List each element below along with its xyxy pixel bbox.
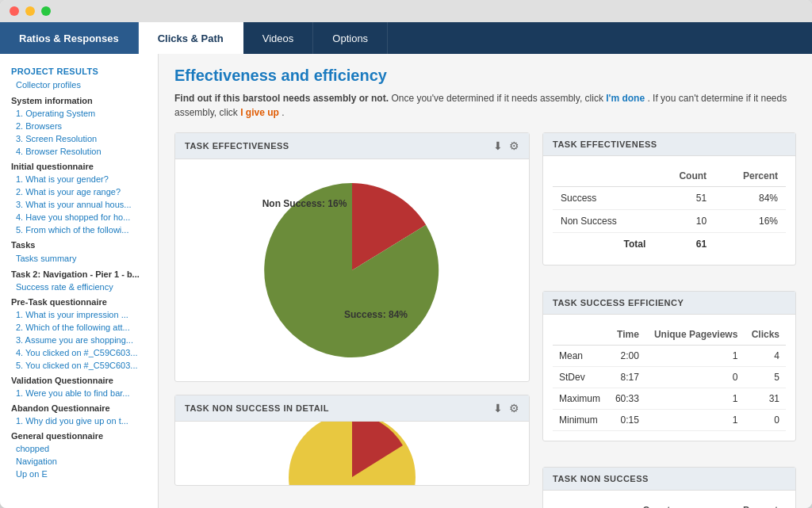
table-row: Minimum 0:15 1 0 [553,410,786,431]
sidebar-navigation[interactable]: Navigation [0,455,158,468]
sidebar-pretask-2[interactable]: 2. Which of the following att... [0,321,158,334]
col-label [553,166,653,187]
ns-col-count: Count [586,500,678,508]
sidebar-initial-q-title: Initial questionnaire [0,158,158,173]
minimize-button[interactable] [25,6,35,16]
non-success-partial-chart: Abandon: 20% [233,422,471,485]
main-layout: PROJECT RESULTS Collector profiles Syste… [0,54,812,508]
gear-icon[interactable]: ⚙ [509,139,519,152]
sidebar-tasks-title: Tasks [0,236,158,251]
link-giveup[interactable]: I give up [240,107,279,118]
sidebar-task2-title: Task 2: Navigation - Pier 1 - b... [0,265,158,281]
page-description: Find out if this barstool needs assembly… [174,91,796,120]
success-pie-label: Success: 84% [344,309,408,320]
non-success-pie-label: Non Success: 16% [262,198,347,209]
desc-bold: Find out if this barstool needs assembly… [174,93,389,104]
task-non-success-table-body: Count Percent [543,491,795,508]
cell-min-label: Minimum [553,410,608,431]
tab-options[interactable]: Options [313,22,388,54]
non-success-gear-icon[interactable]: ⚙ [509,402,519,414]
sidebar: PROJECT RESULTS Collector profiles Syste… [0,54,159,508]
sidebar-pretask-5[interactable]: 5. You clicked on #_C59C603... [0,359,158,372]
eff-col-pageviews: Unique Pageviews [645,324,744,346]
sidebar-item-shopped[interactable]: 4. Have you shopped for ho... [0,211,158,223]
cell-stdev-pageviews: 0 [645,367,744,388]
cell-stdev-time: 8:17 [608,367,645,388]
sidebar-validation-1[interactable]: 1. Were you able to find bar... [0,387,158,399]
sidebar-item-age[interactable]: 2. What is your age range? [0,185,158,198]
cell-nonsuccess-label: Non Success [553,210,653,233]
table-row: StDev 8:17 0 5 [553,367,786,388]
link-done[interactable]: I'm done [606,93,645,104]
effectiveness-table: Count Percent Success 51 84% [553,166,786,255]
non-success-download-icon[interactable]: ⬇ [493,402,503,414]
table-row: Maximum 60:33 1 31 [553,388,786,410]
sidebar-pretask-3[interactable]: 3. Assume you are shopping... [0,334,158,346]
sidebar-item-annual[interactable]: 3. What is your annual hous... [0,198,158,211]
table-total-row: Total 61 [553,233,786,256]
sidebar-collector-profiles[interactable]: Collector profiles [0,78,158,92]
task-non-success-detail-card: TASK NON SUCCESS IN DETAIL ⬇ ⚙ [174,395,530,486]
pie-chart: Non Success: 16% Success: 84% [249,167,455,373]
sidebar-chopped[interactable]: chopped [0,442,158,455]
maximize-button[interactable] [41,6,51,16]
cell-max-clicks: 31 [744,388,786,410]
tab-ratios[interactable]: Ratios & Responses [0,22,139,54]
cell-mean-clicks: 4 [744,346,786,367]
sidebar-item-browser-res[interactable]: 4. Browser Resolution [0,145,158,158]
sidebar-item-from-which[interactable]: 5. From which of the followi... [0,223,158,236]
eff-col-time: Time [608,324,645,346]
non-success-header-row: Count Percent [553,500,786,508]
sidebar-item-os[interactable]: 1. Operating System [0,107,158,120]
tab-clicks[interactable]: Clicks & Path [139,22,243,54]
sidebar-system-info-title: System information [0,92,158,107]
non-success-card-actions: ⬇ ⚙ [493,402,519,414]
cell-nonsuccess-percent: 16% [714,210,786,233]
table-header-row: Count Percent [553,166,786,187]
task-success-efficiency-title: TASK SUCCESS EFFICIENCY [553,298,684,307]
ns-col-percent: Percent [678,500,786,508]
close-button[interactable] [10,6,19,16]
sidebar-task2-success[interactable]: Success rate & efficiency [0,281,158,293]
task-success-efficiency-body: Time Unique Pageviews Clicks Mean [543,315,795,441]
cell-mean-pageviews: 1 [645,346,744,367]
table-row: Non Success 10 16% [553,210,786,233]
sidebar-pretask-4[interactable]: 4. You clicked on #_C59C603... [0,346,158,359]
two-column-layout: TASK EFFECTIVENESS ⬇ ⚙ [174,132,796,508]
ns-col-label [553,500,586,508]
task-effectiveness-table-title: TASK EFFECTIVENESS [553,139,657,149]
content-area: Effectiveness and efficiency Find out if… [159,54,812,508]
sidebar-abandon-title: Abandon Questionnaire [0,399,158,414]
task-non-success-table-title: TASK NON SUCCESS [553,474,649,483]
table-row: Success 51 84% [553,187,786,210]
cell-success-count: 51 [653,187,714,210]
cell-mean-label: Mean [553,346,608,367]
sidebar-pretask-1[interactable]: 1. What is your impression ... [0,308,158,321]
task-non-success-detail-header: TASK NON SUCCESS IN DETAIL ⬇ ⚙ [175,395,529,422]
cell-success-percent: 84% [714,187,786,210]
titlebar [0,0,812,22]
cell-stdev-label: StDev [553,367,608,388]
sidebar-item-gender[interactable]: 1. What is your gender? [0,173,158,185]
task-success-efficiency-card: TASK SUCCESS EFFICIENCY Time Unique Page… [542,291,796,441]
sidebar-abandon-1[interactable]: 1. Why did you give up on t... [0,414,158,427]
task-effectiveness-card: TASK EFFECTIVENESS ⬇ ⚙ [174,132,530,382]
cell-max-label: Maximum [553,388,608,410]
card-actions: ⬇ ⚙ [493,139,519,152]
non-success-table: Count Percent [553,500,786,508]
sidebar-item-browsers[interactable]: 2. Browsers [0,120,158,132]
cell-min-time: 0:15 [608,410,645,431]
sidebar-item-screen-res[interactable]: 3. Screen Resolution [0,132,158,145]
left-column: TASK EFFECTIVENESS ⬇ ⚙ [174,132,530,508]
download-icon[interactable]: ⬇ [493,139,503,152]
sidebar-tasks-summary[interactable]: Tasks summary [0,251,158,265]
page-title: Effectiveness and efficiency [174,67,796,85]
right-column: TASK EFFECTIVENESS Count Percent [542,132,796,508]
cell-max-time: 60:33 [608,388,645,410]
pie-chart-container: Non Success: 16% Success: 84% [175,159,529,381]
cell-total-label: Total [553,233,653,256]
sidebar-general-title: General questionnaire [0,427,158,442]
sidebar-up-on-e[interactable]: Up on E [0,468,158,480]
tab-videos[interactable]: Videos [243,22,314,54]
non-success-detail-body: Abandon: 20% [175,422,529,485]
